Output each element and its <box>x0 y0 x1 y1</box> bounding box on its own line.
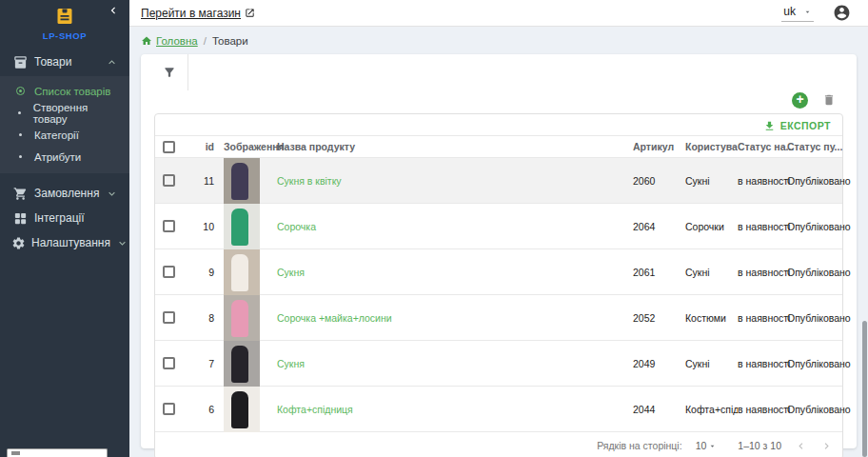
cell-image <box>224 204 277 249</box>
cell-id: 8 <box>197 312 214 324</box>
prev-page-icon[interactable] <box>795 440 807 452</box>
sidebar-collapse-icon[interactable] <box>107 4 120 17</box>
logo-text: LP-SHOP <box>0 30 129 41</box>
topbar: Перейти в магазин uk <box>129 0 868 27</box>
shop-bag-icon <box>53 5 76 28</box>
row-checkbox[interactable] <box>163 220 175 232</box>
product-link[interactable]: Сукня в квітку <box>277 175 342 187</box>
store-link-label: Перейти в магазин <box>141 7 241 20</box>
sidebar-item-settings[interactable]: Налаштування <box>0 230 129 255</box>
cell-publish-status: Опубліковано <box>787 221 842 232</box>
cell-image <box>224 249 277 295</box>
product-link[interactable]: Сорочка <box>277 221 316 232</box>
cell-category: Сукні <box>685 267 738 278</box>
browser-status-popup <box>7 448 108 457</box>
rows-per-page-label: Рядків на сторінці: <box>597 440 681 451</box>
product-link[interactable]: Сукня <box>277 267 305 278</box>
cell-name: Сукня в квітку <box>277 175 633 187</box>
sidebar-item-label: Налаштування <box>31 236 110 249</box>
sidebar-item-orders[interactable]: Замовлення <box>0 181 129 206</box>
chevron-down-icon <box>106 188 118 200</box>
sidebar-item-integrations[interactable]: Інтеграції <box>0 206 129 230</box>
table-row[interactable]: 11 Сукня в квітку 2060 Сукні в наявності… <box>155 157 842 203</box>
table-header-row: id Зображення Назва продукту Артикул Кор… <box>155 135 842 157</box>
row-checkbox[interactable] <box>163 403 175 415</box>
product-link[interactable]: Кофта+спідниця <box>277 404 353 415</box>
cell-publish-status: Опубліковано <box>787 175 842 187</box>
product-photo <box>224 158 260 204</box>
cell-publish-status: Опубліковано <box>787 358 842 369</box>
sidebar-item-label: Інтеграції <box>34 211 85 225</box>
cell-category: Сукні <box>685 175 738 187</box>
store-link[interactable]: Перейти в магазин <box>141 7 255 20</box>
filter-funnel-icon[interactable] <box>163 66 176 79</box>
sidebar-item-product-create[interactable]: Створення товару <box>0 102 129 124</box>
product-link[interactable]: Сорочка +майка+лосини <box>277 312 392 324</box>
external-link-icon <box>245 8 255 18</box>
cell-sku: 2044 <box>633 404 685 415</box>
dot-bullet-icon <box>11 111 28 114</box>
cell-sku: 2052 <box>633 312 685 324</box>
cell-category: Кофта+спідниц <box>685 404 738 415</box>
product-photo <box>224 341 260 387</box>
cell-stock-status: в наявності <box>738 175 787 187</box>
row-checkbox[interactable] <box>163 311 175 324</box>
home-icon <box>141 35 152 47</box>
rows-per-page-select[interactable]: 10 <box>696 440 718 451</box>
table-row[interactable]: 6 Кофта+спідниця 2044 Кофта+спідниц в на… <box>155 386 842 431</box>
cell-category: Сукні <box>685 358 738 369</box>
cell-publish-status: Опубліковано <box>787 312 842 324</box>
select-all-checkbox[interactable] <box>163 141 175 153</box>
submenu-label: Список товарів <box>34 86 110 97</box>
sidebar-item-products[interactable]: Товари <box>0 48 129 76</box>
export-row: ЕКСПОРТ <box>155 114 842 135</box>
table-row[interactable]: 7 Сукня 2049 Сукні в наявності Опубліков… <box>155 340 842 386</box>
cell-id: 9 <box>197 267 214 278</box>
table-row[interactable]: 9 Сукня 2061 Сукні в наявності Опубліков… <box>155 248 842 294</box>
dot-bullet-icon <box>11 133 29 136</box>
next-page-icon[interactable] <box>820 440 833 452</box>
export-label: ЕКСПОРТ <box>780 120 831 131</box>
language-select[interactable]: uk <box>781 4 814 22</box>
header-stock-status: Статус на... <box>738 141 787 152</box>
header-id: id <box>197 141 214 152</box>
submenu-label: Атрибути <box>34 151 81 163</box>
breadcrumb-home-link[interactable]: Головна <box>141 35 198 47</box>
row-checkbox[interactable] <box>163 266 175 278</box>
sidebar-item-categories[interactable]: Категорії <box>0 124 129 146</box>
grid-icon <box>11 211 29 226</box>
delete-icon[interactable] <box>822 93 836 107</box>
row-checkbox[interactable] <box>163 357 175 369</box>
submenu-label: Створення товару <box>33 102 118 125</box>
product-link[interactable]: Сукня <box>277 358 305 369</box>
products-submenu: Список товарів Створення товару Категорі… <box>0 76 129 173</box>
sidebar-item-product-list[interactable]: Список товарів <box>0 80 129 102</box>
export-button[interactable]: ЕКСПОРТ <box>763 120 831 132</box>
breadcrumb-current: Товари <box>212 35 248 47</box>
row-checkbox[interactable] <box>163 174 175 187</box>
chevron-up-icon <box>106 56 118 69</box>
sidebar: LP-SHOP Товари Список товарів Створення … <box>0 0 129 457</box>
main-content: Перейти в магазин uk Головна / Тов <box>129 0 868 457</box>
table-row[interactable]: 10 Сорочка 2064 Сорочки в наявності Опуб… <box>155 203 842 248</box>
sidebar-item-attributes[interactable]: Атрибути <box>0 146 129 168</box>
table-body: 11 Сукня в квітку 2060 Сукні в наявності… <box>155 157 842 431</box>
pagination-range: 1–10 з 10 <box>738 440 781 451</box>
cell-id: 6 <box>197 404 214 415</box>
product-photo <box>224 295 260 341</box>
user-avatar-icon[interactable] <box>833 4 851 22</box>
add-product-button[interactable]: + <box>792 92 808 109</box>
logo-area: LP-SHOP <box>0 0 129 40</box>
cell-sku: 2060 <box>633 175 685 187</box>
vertical-scrollbar[interactable] <box>862 321 867 457</box>
header-name: Назва продукту <box>277 141 633 152</box>
rows-per-page-value: 10 <box>696 440 707 451</box>
breadcrumb: Головна / Товари <box>129 27 868 54</box>
cell-id: 11 <box>197 175 214 187</box>
cell-stock-status: в наявності <box>738 221 787 232</box>
table-row[interactable]: 8 Сорочка +майка+лосини 2052 Костюми в н… <box>155 294 842 340</box>
cell-id: 7 <box>197 358 214 369</box>
cell-image <box>224 387 277 432</box>
products-card: + ЕКСПОРТ id Зображення Назва продукту А <box>141 54 857 448</box>
filter-toolbar <box>141 54 857 90</box>
